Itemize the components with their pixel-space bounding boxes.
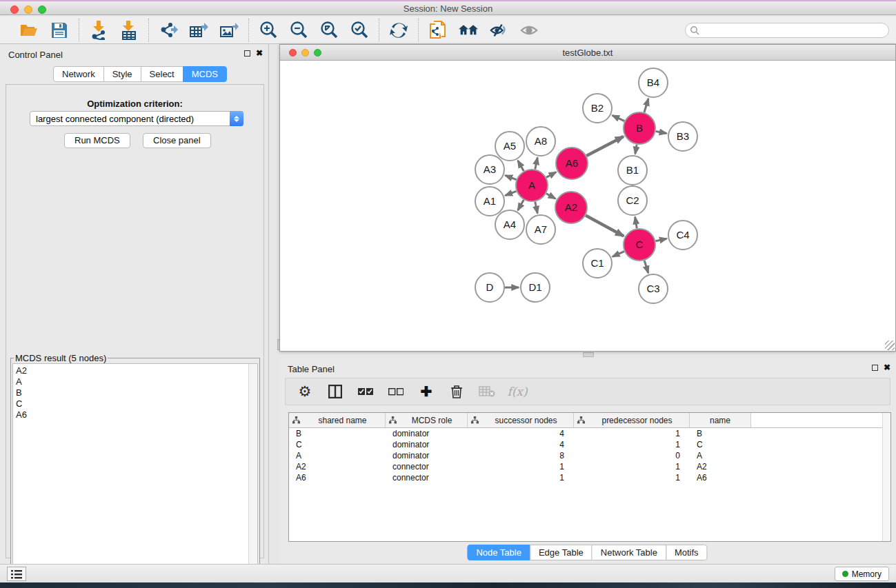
edge-A-A4[interactable] xyxy=(518,200,524,210)
graph-node-C1[interactable]: C1 xyxy=(583,249,612,278)
graph-node-D[interactable]: D xyxy=(475,273,504,302)
graph-node-B4[interactable]: B4 xyxy=(639,68,668,97)
table-cell[interactable]: 0 xyxy=(574,451,690,460)
tab-network[interactable]: Network xyxy=(53,66,104,82)
table-cell[interactable]: A2 xyxy=(289,462,386,472)
column-header-MCDS-role[interactable]: MCDS role xyxy=(386,413,468,427)
graph-node-C2[interactable]: C2 xyxy=(618,186,647,215)
tab-mcds[interactable]: MCDS xyxy=(183,66,227,82)
graph-node-D1[interactable]: D1 xyxy=(521,273,550,302)
result-item[interactable]: A xyxy=(16,376,246,387)
graph-node-A[interactable]: A xyxy=(516,170,548,201)
node-table[interactable]: shared nameMCDS rolesuccessor nodesprede… xyxy=(288,412,891,542)
edge-A-A3[interactable] xyxy=(505,175,516,179)
column-header-name[interactable]: name xyxy=(690,413,751,427)
graph-node-A3[interactable]: A3 xyxy=(475,155,504,184)
edge-A6-B[interactable] xyxy=(586,136,624,156)
edge-C-C2[interactable] xyxy=(635,217,637,229)
task-history-button[interactable] xyxy=(7,567,26,581)
table-row[interactable]: Adominator80A xyxy=(289,450,890,461)
table-row[interactable]: A6connector11A6 xyxy=(289,472,890,483)
table-cell[interactable]: A2 xyxy=(690,462,751,472)
show-details-icon[interactable] xyxy=(519,21,539,40)
splitter-handle-horizontal[interactable] xyxy=(583,352,594,357)
save-session-icon[interactable] xyxy=(50,21,69,40)
float-table-panel-icon[interactable] xyxy=(872,365,878,371)
table-cell[interactable]: dominator xyxy=(386,451,468,460)
delete-column-icon[interactable] xyxy=(448,383,465,400)
edge-A-A5[interactable] xyxy=(518,161,524,171)
network-canvas[interactable]: AA1A2A3A4A5A6A7A8BB1B2B3B4CC1C2C3C4DD1 xyxy=(280,61,895,351)
search-input[interactable] xyxy=(685,23,889,38)
table-cell[interactable]: 1 xyxy=(574,429,690,438)
open-session-icon[interactable] xyxy=(19,21,39,40)
table-cell[interactable]: dominator xyxy=(386,440,468,449)
close-panel-button[interactable]: Close panel xyxy=(143,133,211,148)
table-cell[interactable]: A6 xyxy=(690,473,751,483)
column-header-predecessor-nodes[interactable]: predecessor nodes xyxy=(574,413,690,427)
table-cell[interactable]: 1 xyxy=(574,462,690,472)
zoom-selected-icon[interactable] xyxy=(350,21,369,40)
criterion-dropdown[interactable]: largest connected component (directed) xyxy=(30,111,243,126)
table-cell[interactable]: C xyxy=(289,440,386,449)
table-cell[interactable]: B xyxy=(690,429,751,438)
table-cell[interactable]: 8 xyxy=(468,451,574,460)
tab-style[interactable]: Style xyxy=(103,66,141,82)
graph-node-A8[interactable]: A8 xyxy=(526,127,555,156)
add-column-icon[interactable]: ✚ xyxy=(418,383,435,400)
network-window-titlebar[interactable]: testGlobe.txt xyxy=(280,45,895,61)
window-resize-grip[interactable] xyxy=(885,341,895,350)
result-item[interactable]: C xyxy=(16,398,246,409)
column-header-shared-name[interactable]: shared name xyxy=(289,413,386,427)
refresh-icon[interactable] xyxy=(389,21,408,40)
memory-button[interactable]: Memory xyxy=(835,567,889,581)
tab-network-table[interactable]: Network Table xyxy=(592,545,666,560)
graph-node-B3[interactable]: B3 xyxy=(668,122,697,151)
duplicate-network-icon[interactable] xyxy=(428,21,448,40)
result-item[interactable]: B xyxy=(16,387,246,398)
graph-node-A7[interactable]: A7 xyxy=(526,215,555,244)
graph-node-C[interactable]: C xyxy=(624,229,655,261)
tab-select[interactable]: Select xyxy=(141,66,183,82)
home-icon[interactable] xyxy=(459,21,478,40)
column-header-successor-nodes[interactable]: successor nodes xyxy=(468,413,574,427)
zoom-in-icon[interactable] xyxy=(259,21,278,40)
graph-node-A2[interactable]: A2 xyxy=(555,192,587,223)
graph-node-A6[interactable]: A6 xyxy=(556,148,588,179)
close-panel-icon[interactable]: ✖ xyxy=(256,50,263,57)
import-table-icon[interactable] xyxy=(119,21,139,40)
table-cell[interactable]: connector xyxy=(386,473,468,483)
table-cell[interactable]: 4 xyxy=(468,440,574,449)
edge-C-C3[interactable] xyxy=(644,261,648,273)
export-table-icon[interactable] xyxy=(189,21,208,40)
table-cell[interactable]: A6 xyxy=(289,473,386,483)
table-row[interactable]: Bdominator41B xyxy=(289,428,890,439)
tab-node-table[interactable]: Node Table xyxy=(467,545,530,560)
function-builder-icon[interactable]: f(x) xyxy=(509,383,526,400)
table-settings-icon[interactable]: ⚙ xyxy=(297,383,313,400)
edge-C-C4[interactable] xyxy=(655,239,666,241)
edge-A-A1[interactable] xyxy=(505,191,516,195)
table-cell[interactable]: 1 xyxy=(574,440,690,449)
import-network-icon[interactable] xyxy=(89,21,108,40)
result-scrollbar[interactable] xyxy=(248,364,257,582)
edge-A2-C[interactable] xyxy=(586,215,624,236)
zoom-fit-icon[interactable] xyxy=(319,21,339,40)
edge-B-B1[interactable] xyxy=(635,145,637,154)
graph-node-B1[interactable]: B1 xyxy=(618,156,647,185)
table-cell[interactable]: A xyxy=(690,451,751,460)
edge-B-B2[interactable] xyxy=(613,115,625,121)
table-cell[interactable]: 1 xyxy=(468,473,574,483)
column-icon[interactable] xyxy=(327,383,344,400)
table-cell[interactable]: 4 xyxy=(468,429,574,438)
graph-node-B[interactable]: B xyxy=(624,112,655,144)
float-panel-icon[interactable] xyxy=(244,50,250,57)
mcds-result-list[interactable]: A2ABCA6 xyxy=(12,363,258,582)
graph-node-B2[interactable]: B2 xyxy=(583,94,612,123)
graph-node-A5[interactable]: A5 xyxy=(495,132,524,161)
table-scrollbar[interactable] xyxy=(882,413,890,541)
edge-A-A2[interactable] xyxy=(546,194,555,199)
edge-B-B3[interactable] xyxy=(656,131,667,133)
result-item[interactable]: A2 xyxy=(16,365,246,376)
table-cell[interactable]: connector xyxy=(386,462,468,472)
